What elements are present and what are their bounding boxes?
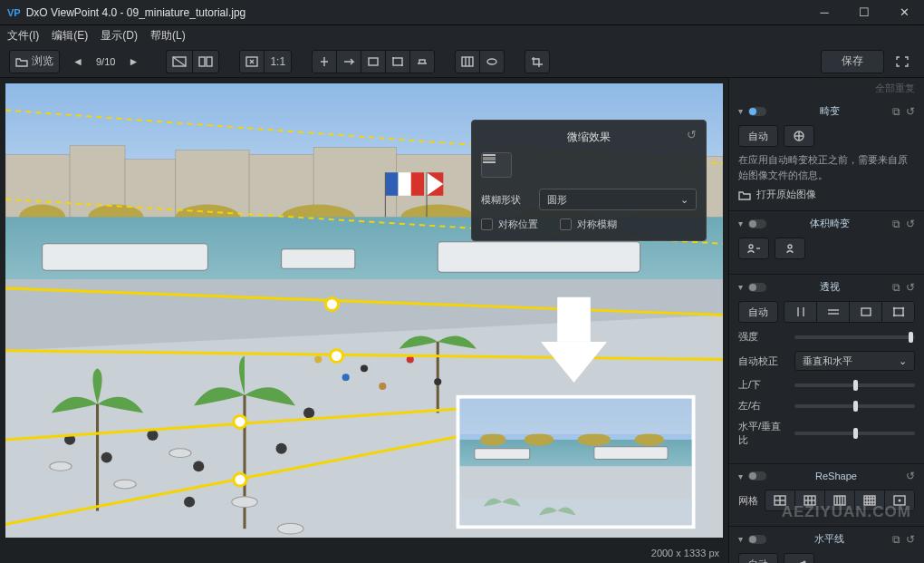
open-original-link[interactable]: 打开原始图像 xyxy=(738,188,915,201)
chevron-down-icon: ⌄ xyxy=(680,194,688,206)
panel-reset-icon[interactable]: ↺ xyxy=(687,128,697,141)
svg-rect-9 xyxy=(462,57,473,66)
svg-point-125 xyxy=(899,500,901,502)
panel-toggle[interactable] xyxy=(748,107,766,116)
grid-label: 网格 xyxy=(738,490,759,511)
sidebar: 全部重复 ▾ 畸变 ⧉ ↺ 自动 在应用自动畸变校正之前，需要来自原始图像文件的… xyxy=(728,78,924,563)
grid-7-button[interactable] xyxy=(824,490,855,511)
panel-toggle[interactable] xyxy=(748,535,766,544)
symmetric-blur-checkbox[interactable]: 对称模糊 xyxy=(560,218,617,231)
close-button[interactable]: ✕ xyxy=(884,0,924,25)
gridc-icon xyxy=(893,495,906,506)
collapse-icon[interactable]: ▾ xyxy=(738,534,743,544)
tool-vertical-button[interactable] xyxy=(312,50,337,73)
fit-icon xyxy=(245,56,258,67)
menu-edit[interactable]: 编辑(E) xyxy=(52,28,88,44)
blur-shape-select[interactable]: 圆形 ⌄ xyxy=(539,189,697,210)
symmetric-position-checkbox[interactable]: 对称位置 xyxy=(481,218,538,231)
zoom-11-button[interactable]: 1:1 xyxy=(264,50,292,73)
collapse-icon[interactable]: ▾ xyxy=(738,218,743,228)
collapse-icon[interactable]: ▾ xyxy=(738,106,743,116)
folder-icon xyxy=(738,189,751,200)
tool-horizontal-button[interactable] xyxy=(336,50,361,73)
main-image[interactable]: ↺ 微缩效果 模糊形状 圆形 ⌄ 对称位置 对称模糊 xyxy=(5,83,723,538)
tool-miniature-button[interactable] xyxy=(479,50,505,73)
volume-diag-button[interactable] xyxy=(775,238,805,259)
compare-side-button[interactable] xyxy=(192,50,219,73)
svg-rect-6 xyxy=(393,58,402,65)
prev-image-button[interactable]: ◄ xyxy=(65,50,91,73)
persp-rect-button[interactable] xyxy=(849,301,882,323)
maximize-button[interactable]: ☐ xyxy=(844,0,884,25)
compare-overlay-button[interactable] xyxy=(166,50,193,73)
persp-horiz-button[interactable] xyxy=(816,301,850,323)
grid7-icon xyxy=(833,495,846,506)
sidebar-top-hint[interactable]: 全部重复 xyxy=(729,78,924,99)
svg-rect-34 xyxy=(385,172,398,196)
svg-rect-90 xyxy=(483,161,496,163)
persp-8pt-button[interactable] xyxy=(881,301,915,323)
svg-point-61 xyxy=(379,383,386,390)
grid-custom-button[interactable] xyxy=(884,490,915,511)
panel-toggle[interactable] xyxy=(748,283,766,292)
tool-crop-button[interactable] xyxy=(525,50,550,73)
next-image-button[interactable]: ► xyxy=(120,50,146,73)
panel-compare-icon[interactable]: ⧉ xyxy=(892,105,900,118)
volume-horiz-button[interactable] xyxy=(738,238,769,259)
grid9-icon xyxy=(863,495,876,506)
grid-3-button[interactable] xyxy=(765,490,795,511)
tool-rectangle-button[interactable] xyxy=(361,50,386,73)
updown-slider[interactable] xyxy=(794,383,915,387)
panel-compare-icon[interactable]: ⧉ xyxy=(892,533,900,546)
hv-ratio-slider[interactable] xyxy=(794,432,915,435)
panel-reset-icon[interactable]: ↺ xyxy=(906,218,915,230)
tool-grid-button[interactable] xyxy=(455,50,480,73)
svg-rect-88 xyxy=(483,157,496,160)
perspective-auto-button[interactable]: 自动 xyxy=(738,301,778,323)
save-button[interactable]: 保存 xyxy=(821,50,884,73)
miniature-effect-panel[interactable]: ↺ 微缩效果 模糊形状 圆形 ⌄ 对称位置 对称模糊 xyxy=(471,120,707,241)
panel-reset-icon[interactable]: ↺ xyxy=(906,281,915,294)
panel-toggle[interactable] xyxy=(748,471,766,480)
collapse-icon[interactable]: ▾ xyxy=(738,471,743,481)
svg-rect-35 xyxy=(399,172,411,196)
minimize-button[interactable]: ─ xyxy=(804,0,844,25)
panel-compare-icon[interactable]: ⧉ xyxy=(892,281,900,294)
tool-8point-button[interactable] xyxy=(385,50,410,73)
blur-shape-tool[interactable] xyxy=(481,152,512,178)
svg-point-48 xyxy=(147,430,158,441)
grid-icon xyxy=(461,56,474,67)
browse-button[interactable]: 浏览 xyxy=(9,50,60,73)
tool-level-button[interactable] xyxy=(409,50,435,73)
svg-rect-85 xyxy=(594,447,668,460)
distortion-manual-button[interactable] xyxy=(784,125,814,147)
intensity-slider[interactable] xyxy=(794,335,915,339)
svg-rect-84 xyxy=(475,449,530,460)
menu-help[interactable]: 帮助(L) xyxy=(150,28,186,44)
zoom-fit-button[interactable] xyxy=(239,50,265,73)
persp-vert-button[interactable] xyxy=(784,301,817,323)
panel-reset-icon[interactable]: ↺ xyxy=(906,105,915,118)
panel-reset-icon[interactable]: ↺ xyxy=(906,470,915,482)
menu-file[interactable]: 文件(I) xyxy=(7,28,39,44)
panel-compare-icon[interactable]: ⧉ xyxy=(892,218,900,230)
collapse-icon[interactable]: ▾ xyxy=(738,282,743,292)
horizon-auto-button[interactable]: 自动 xyxy=(738,553,778,563)
svg-point-105 xyxy=(892,315,894,316)
horizon-tool-button[interactable] xyxy=(784,553,814,563)
distortion-auto-button[interactable]: 自动 xyxy=(738,125,778,147)
panel-toggle[interactable] xyxy=(748,219,766,228)
grid-9-button[interactable] xyxy=(854,490,885,511)
panel-reset-icon[interactable]: ↺ xyxy=(906,533,915,546)
panel-title: 微缩效果 xyxy=(481,130,697,145)
menu-view[interactable]: 显示(D) xyxy=(101,28,138,44)
svg-point-71 xyxy=(330,350,342,363)
grid3-icon xyxy=(774,495,786,506)
person-d-icon xyxy=(782,242,798,255)
leftright-slider[interactable] xyxy=(794,404,915,408)
fullscreen-button[interactable] xyxy=(890,50,915,73)
autocorr-select[interactable]: 垂直和水平 ⌄ xyxy=(794,351,915,371)
svg-line-1 xyxy=(173,57,186,66)
grid-5-button[interactable] xyxy=(794,490,825,511)
panel-horizon: ▾ 水平线 ⧉ ↺ 自动 旋转 xyxy=(729,527,924,563)
